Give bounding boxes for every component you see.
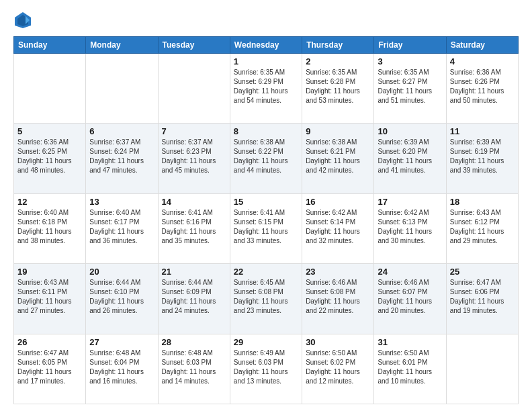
calendar-cell: 16Sunrise: 6:42 AM Sunset: 6:14 PM Dayli… bbox=[302, 193, 374, 263]
day-number: 17 bbox=[378, 197, 442, 207]
calendar-cell: 11Sunrise: 6:39 AM Sunset: 6:19 PM Dayli… bbox=[446, 124, 518, 193]
calendar-table: SundayMondayTuesdayWednesdayThursdayFrid… bbox=[13, 36, 519, 404]
day-info: Sunrise: 6:36 AM Sunset: 6:25 PM Dayligh… bbox=[17, 138, 82, 175]
day-info: Sunrise: 6:35 AM Sunset: 6:28 PM Dayligh… bbox=[306, 68, 370, 105]
calendar-cell: 5Sunrise: 6:36 AM Sunset: 6:25 PM Daylig… bbox=[14, 124, 86, 193]
day-info: Sunrise: 6:46 AM Sunset: 6:08 PM Dayligh… bbox=[306, 278, 370, 316]
day-number: 19 bbox=[17, 267, 82, 277]
calendar-cell: 6Sunrise: 6:37 AM Sunset: 6:24 PM Daylig… bbox=[86, 124, 158, 193]
day-info: Sunrise: 6:42 AM Sunset: 6:14 PM Dayligh… bbox=[306, 208, 370, 246]
day-number: 12 bbox=[17, 197, 82, 207]
calendar-cell: 9Sunrise: 6:38 AM Sunset: 6:21 PM Daylig… bbox=[302, 124, 374, 193]
day-info: Sunrise: 6:50 AM Sunset: 6:02 PM Dayligh… bbox=[306, 349, 370, 386]
day-info: Sunrise: 6:38 AM Sunset: 6:21 PM Dayligh… bbox=[306, 138, 370, 175]
calendar-week-row: 26Sunrise: 6:47 AM Sunset: 6:05 PM Dayli… bbox=[14, 334, 519, 404]
day-info: Sunrise: 6:43 AM Sunset: 6:12 PM Dayligh… bbox=[450, 208, 515, 246]
calendar-cell: 18Sunrise: 6:43 AM Sunset: 6:12 PM Dayli… bbox=[446, 193, 518, 263]
calendar-cell: 15Sunrise: 6:41 AM Sunset: 6:15 PM Dayli… bbox=[230, 193, 302, 263]
calendar-cell: 13Sunrise: 6:40 AM Sunset: 6:17 PM Dayli… bbox=[86, 193, 158, 263]
calendar-week-row: 5Sunrise: 6:36 AM Sunset: 6:25 PM Daylig… bbox=[14, 124, 519, 193]
day-info: Sunrise: 6:38 AM Sunset: 6:22 PM Dayligh… bbox=[234, 138, 298, 175]
calendar-cell: 1Sunrise: 6:35 AM Sunset: 6:29 PM Daylig… bbox=[230, 54, 302, 124]
day-info: Sunrise: 6:43 AM Sunset: 6:11 PM Dayligh… bbox=[17, 278, 82, 316]
day-info: Sunrise: 6:46 AM Sunset: 6:07 PM Dayligh… bbox=[378, 278, 442, 316]
day-number: 23 bbox=[306, 267, 370, 277]
calendar-cell: 8Sunrise: 6:38 AM Sunset: 6:22 PM Daylig… bbox=[230, 124, 302, 193]
calendar-week-row: 1Sunrise: 6:35 AM Sunset: 6:29 PM Daylig… bbox=[14, 54, 519, 124]
day-number: 27 bbox=[89, 337, 154, 347]
calendar-cell: 23Sunrise: 6:46 AM Sunset: 6:08 PM Dayli… bbox=[302, 264, 374, 334]
day-info: Sunrise: 6:48 AM Sunset: 6:04 PM Dayligh… bbox=[89, 349, 154, 386]
day-info: Sunrise: 6:39 AM Sunset: 6:20 PM Dayligh… bbox=[378, 138, 442, 175]
day-info: Sunrise: 6:41 AM Sunset: 6:15 PM Dayligh… bbox=[234, 208, 298, 246]
logo-icon bbox=[13, 11, 32, 30]
day-info: Sunrise: 6:37 AM Sunset: 6:24 PM Dayligh… bbox=[89, 138, 154, 175]
calendar-cell bbox=[86, 54, 158, 124]
day-number: 26 bbox=[17, 337, 82, 347]
calendar-cell: 19Sunrise: 6:43 AM Sunset: 6:11 PM Dayli… bbox=[14, 264, 86, 334]
day-info: Sunrise: 6:49 AM Sunset: 6:03 PM Dayligh… bbox=[234, 349, 298, 386]
calendar-cell: 4Sunrise: 6:36 AM Sunset: 6:26 PM Daylig… bbox=[446, 54, 518, 124]
day-number: 30 bbox=[306, 337, 370, 347]
calendar-cell: 31Sunrise: 6:50 AM Sunset: 6:01 PM Dayli… bbox=[374, 334, 446, 404]
day-number: 7 bbox=[162, 126, 226, 136]
day-info: Sunrise: 6:40 AM Sunset: 6:17 PM Dayligh… bbox=[89, 208, 154, 246]
day-number: 21 bbox=[162, 267, 226, 277]
calendar-cell: 3Sunrise: 6:35 AM Sunset: 6:27 PM Daylig… bbox=[374, 54, 446, 124]
day-number: 28 bbox=[162, 337, 226, 347]
calendar-cell: 17Sunrise: 6:42 AM Sunset: 6:13 PM Dayli… bbox=[374, 193, 446, 263]
day-info: Sunrise: 6:40 AM Sunset: 6:18 PM Dayligh… bbox=[17, 208, 82, 246]
day-number: 22 bbox=[234, 267, 298, 277]
calendar-cell: 30Sunrise: 6:50 AM Sunset: 6:02 PM Dayli… bbox=[302, 334, 374, 404]
weekday-header: Tuesday bbox=[158, 37, 230, 54]
calendar-cell: 29Sunrise: 6:49 AM Sunset: 6:03 PM Dayli… bbox=[230, 334, 302, 404]
day-info: Sunrise: 6:42 AM Sunset: 6:13 PM Dayligh… bbox=[378, 208, 442, 246]
calendar-week-row: 12Sunrise: 6:40 AM Sunset: 6:18 PM Dayli… bbox=[14, 193, 519, 263]
calendar-cell bbox=[14, 54, 86, 124]
day-info: Sunrise: 6:48 AM Sunset: 6:03 PM Dayligh… bbox=[162, 349, 226, 386]
day-number: 29 bbox=[234, 337, 298, 347]
page: SundayMondayTuesdayWednesdayThursdayFrid… bbox=[0, 0, 532, 411]
day-number: 16 bbox=[306, 197, 370, 207]
day-number: 14 bbox=[162, 197, 226, 207]
day-info: Sunrise: 6:44 AM Sunset: 6:09 PM Dayligh… bbox=[162, 278, 226, 316]
calendar-cell bbox=[158, 54, 230, 124]
calendar-header-row: SundayMondayTuesdayWednesdayThursdayFrid… bbox=[14, 37, 519, 54]
day-number: 13 bbox=[89, 197, 154, 207]
calendar-cell: 12Sunrise: 6:40 AM Sunset: 6:18 PM Dayli… bbox=[14, 193, 86, 263]
day-info: Sunrise: 6:35 AM Sunset: 6:29 PM Dayligh… bbox=[234, 68, 298, 105]
day-number: 24 bbox=[378, 267, 442, 277]
calendar-cell: 21Sunrise: 6:44 AM Sunset: 6:09 PM Dayli… bbox=[158, 264, 230, 334]
logo bbox=[13, 11, 35, 30]
calendar-cell: 22Sunrise: 6:45 AM Sunset: 6:08 PM Dayli… bbox=[230, 264, 302, 334]
day-number: 31 bbox=[378, 337, 442, 347]
day-number: 10 bbox=[378, 126, 442, 136]
header bbox=[13, 11, 519, 30]
day-number: 8 bbox=[234, 126, 298, 136]
calendar-cell: 28Sunrise: 6:48 AM Sunset: 6:03 PM Dayli… bbox=[158, 334, 230, 404]
calendar-cell: 10Sunrise: 6:39 AM Sunset: 6:20 PM Dayli… bbox=[374, 124, 446, 193]
day-info: Sunrise: 6:41 AM Sunset: 6:16 PM Dayligh… bbox=[162, 208, 226, 246]
calendar-cell bbox=[446, 334, 518, 404]
calendar-cell: 25Sunrise: 6:47 AM Sunset: 6:06 PM Dayli… bbox=[446, 264, 518, 334]
day-number: 3 bbox=[378, 56, 442, 66]
day-number: 6 bbox=[89, 126, 154, 136]
day-info: Sunrise: 6:45 AM Sunset: 6:08 PM Dayligh… bbox=[234, 278, 298, 316]
day-info: Sunrise: 6:35 AM Sunset: 6:27 PM Dayligh… bbox=[378, 68, 442, 105]
day-info: Sunrise: 6:36 AM Sunset: 6:26 PM Dayligh… bbox=[450, 68, 515, 105]
weekday-header: Thursday bbox=[302, 37, 374, 54]
calendar-week-row: 19Sunrise: 6:43 AM Sunset: 6:11 PM Dayli… bbox=[14, 264, 519, 334]
weekday-header: Sunday bbox=[14, 37, 86, 54]
calendar-cell: 20Sunrise: 6:44 AM Sunset: 6:10 PM Dayli… bbox=[86, 264, 158, 334]
day-number: 9 bbox=[306, 126, 370, 136]
day-number: 2 bbox=[306, 56, 370, 66]
weekday-header: Wednesday bbox=[230, 37, 302, 54]
day-number: 11 bbox=[450, 126, 515, 136]
day-info: Sunrise: 6:39 AM Sunset: 6:19 PM Dayligh… bbox=[450, 138, 515, 175]
calendar-cell: 24Sunrise: 6:46 AM Sunset: 6:07 PM Dayli… bbox=[374, 264, 446, 334]
weekday-header: Monday bbox=[86, 37, 158, 54]
day-number: 18 bbox=[450, 197, 515, 207]
calendar-cell: 14Sunrise: 6:41 AM Sunset: 6:16 PM Dayli… bbox=[158, 193, 230, 263]
calendar-cell: 27Sunrise: 6:48 AM Sunset: 6:04 PM Dayli… bbox=[86, 334, 158, 404]
day-number: 1 bbox=[234, 56, 298, 66]
